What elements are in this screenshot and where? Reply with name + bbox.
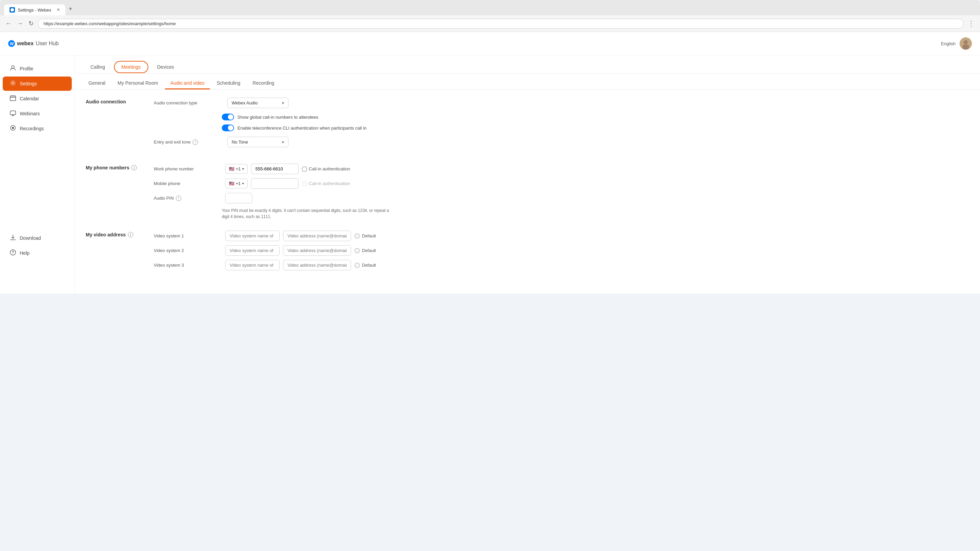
sidebar-label-recordings: Recordings	[20, 126, 44, 131]
subtab-personal-room[interactable]: My Personal Room	[112, 78, 164, 89]
browser-tab[interactable]: Settings - Webex ×	[4, 5, 65, 15]
video-system-2-name-input[interactable]	[225, 245, 280, 256]
svg-point-0	[11, 8, 14, 11]
video-system-1-radio-icon	[355, 233, 360, 239]
mobile-callin-auth-checkbox[interactable]	[302, 181, 307, 186]
toggle-cli-auth-row: Enable teleconference CLI authentication…	[154, 124, 969, 131]
phone-numbers-body: Work phone number 🇺🇸 +1 ▾ Call-in authen…	[154, 164, 969, 220]
audio-pin-info-icon: i	[176, 196, 181, 201]
calendar-icon	[10, 95, 16, 102]
sidebar-item-help[interactable]: Help	[3, 246, 72, 260]
work-callin-auth-checkbox[interactable]	[302, 167, 307, 171]
nav-forward-button[interactable]: →	[16, 19, 24, 29]
sidebar-label-download: Download	[20, 236, 41, 241]
mobile-country-chevron-icon: ▾	[242, 182, 244, 185]
video-system-1-default[interactable]: Default	[355, 233, 376, 239]
work-country-chevron-icon: ▾	[242, 167, 244, 171]
video-system-2-label: Video system 2	[154, 248, 222, 253]
exit-tone-row: Entry and exit tone i No Tone ▾	[154, 137, 969, 147]
sidebar: Profile Settings Calendar Webinars	[0, 56, 75, 293]
work-country-select[interactable]: 🇺🇸 +1 ▾	[225, 164, 248, 174]
video-system-3-default[interactable]: Default	[355, 263, 376, 268]
sidebar-item-profile[interactable]: Profile	[3, 62, 72, 76]
video-address-label-group: My video address i	[86, 232, 154, 237]
video-system-3-address-input[interactable]	[283, 260, 351, 271]
toggle-cli-auth[interactable]	[222, 124, 234, 131]
exit-tone-info-icon: i	[192, 139, 198, 145]
language-selector[interactable]: English	[941, 41, 956, 46]
nav-back-button[interactable]: ←	[4, 19, 13, 29]
url-bar[interactable]: https://example.webex.com/webappng/sites…	[38, 19, 964, 29]
work-country-code: +1	[236, 166, 241, 171]
video-system-1-label: Video system 1	[154, 233, 222, 239]
connection-type-control: Webex Audio ▾	[227, 98, 969, 108]
connection-type-dropdown[interactable]: Webex Audio ▾	[227, 98, 288, 108]
subtab-scheduling[interactable]: Scheduling	[211, 78, 246, 89]
work-callin-auth-label: Call-in authentication	[302, 166, 350, 171]
sidebar-label-help: Help	[20, 250, 30, 256]
sidebar-item-webinars[interactable]: Webinars	[3, 107, 72, 121]
exit-tone-dropdown[interactable]: No Tone ▾	[227, 137, 288, 147]
logo-userhub: User Hub	[36, 40, 59, 46]
avatar-image	[959, 37, 972, 49]
mobile-country-code: +1	[236, 181, 241, 186]
mobile-flag-icon: 🇺🇸	[229, 181, 234, 186]
pin-hint-text: Your PIN must be exactly 4 digits. It ca…	[222, 207, 392, 220]
nav-refresh-button[interactable]: ↻	[27, 18, 35, 29]
video-system-2-default[interactable]: Default	[355, 248, 376, 253]
subtab-recording[interactable]: Recording	[247, 78, 280, 89]
mobile-callin-auth-label: Call-in authentication	[302, 181, 350, 186]
video-system-2-address-input[interactable]	[283, 245, 351, 256]
mobile-phone-row: Mobile phone 🇺🇸 +1 ▾ Call-in authenticat…	[154, 178, 969, 189]
video-system-1-address-input[interactable]	[283, 231, 351, 241]
sub-tabs: General My Personal Room Audio and video…	[75, 73, 980, 89]
audio-connection-section: Audio connection Audio connection type W…	[86, 98, 969, 153]
svg-text:W: W	[10, 41, 14, 46]
top-tabs: Calling Meetings Devices	[75, 56, 980, 73]
tab-meetings[interactable]: Meetings	[114, 61, 148, 73]
video-system-3-label: Video system 3	[154, 263, 222, 268]
mobile-phone-input[interactable]	[251, 178, 299, 189]
sidebar-label-webinars: Webinars	[20, 111, 40, 116]
tab-calling[interactable]: Calling	[83, 61, 113, 73]
svg-rect-8	[10, 96, 16, 101]
video-system-3-name-input[interactable]	[225, 260, 280, 271]
video-address-body: Video system 1 Default	[154, 231, 969, 274]
sidebar-label-profile: Profile	[20, 66, 33, 72]
phone-numbers-section-label: My phone numbers i	[86, 164, 154, 220]
help-icon	[10, 249, 16, 257]
mobile-country-select[interactable]: 🇺🇸 +1 ▾	[225, 178, 248, 188]
new-tab-button[interactable]: +	[66, 3, 75, 15]
tab-title: Settings - Webex	[18, 8, 51, 13]
phone-numbers-section: My phone numbers i Work phone number 🇺🇸	[86, 164, 969, 220]
connection-type-row: Audio connection type Webex Audio ▾	[154, 98, 969, 108]
sidebar-item-recordings[interactable]: Recordings	[3, 121, 72, 136]
svg-point-19	[13, 253, 13, 254]
tab-close-button[interactable]: ×	[57, 7, 60, 13]
work-phone-label: Work phone number	[154, 166, 222, 171]
svg-rect-12	[10, 111, 16, 115]
sidebar-item-download[interactable]: Download	[3, 231, 72, 245]
browser-menu-button[interactable]: ⋮	[966, 18, 976, 29]
exit-tone-control: No Tone ▾	[227, 137, 969, 147]
subtab-general[interactable]: General	[83, 78, 111, 89]
svg-point-16	[12, 127, 14, 129]
content-area: Calling Meetings Devices General My Pers…	[75, 56, 980, 293]
subtab-audio-video[interactable]: Audio and video	[165, 78, 210, 89]
sidebar-item-settings[interactable]: Settings	[3, 76, 72, 91]
video-system-3-radio-icon	[355, 263, 360, 268]
video-system-1-name-input[interactable]	[225, 231, 280, 241]
app-header: W webex User Hub English	[0, 32, 980, 56]
toggle-global-callin-row: Show global call-in numbers to attendees	[154, 114, 969, 120]
avatar[interactable]	[959, 37, 972, 49]
tab-devices[interactable]: Devices	[150, 61, 181, 73]
sidebar-item-calendar[interactable]: Calendar	[3, 91, 72, 106]
webex-logo-icon: W	[8, 40, 15, 47]
toggle-global-callin[interactable]	[222, 114, 234, 120]
sidebar-label-settings: Settings	[20, 81, 37, 86]
work-phone-input[interactable]	[251, 164, 299, 174]
video-system-2-radio-icon	[355, 248, 360, 253]
audio-pin-input[interactable]	[225, 193, 252, 204]
svg-point-5	[963, 44, 969, 49]
exit-tone-chevron-icon: ▾	[282, 140, 284, 145]
